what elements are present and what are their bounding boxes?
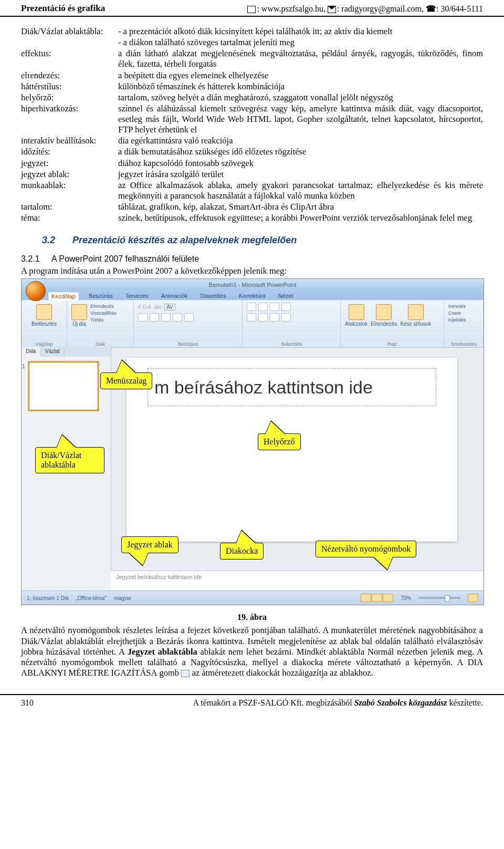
title-placeholder[interactable]: m beírásához kattintson ide (148, 368, 436, 406)
paste-label: Beillesztés (26, 321, 62, 327)
align-right-button[interactable] (270, 313, 279, 322)
side-tab-vazlat[interactable]: Vázlat (41, 347, 65, 357)
bullets-button[interactable] (247, 303, 256, 311)
normal-view-button[interactable] (361, 594, 371, 602)
select-button[interactable]: Kijelölés (448, 317, 479, 324)
shadow-button[interactable] (173, 313, 182, 322)
heading-3-2: 3.2Prezentáció készítés az alapelveknek … (21, 235, 483, 246)
quickstyles-icon[interactable] (408, 304, 424, 320)
figure-caption: 19. ábra (21, 613, 483, 622)
ribbon: Beillesztés Vágólap Új dia Elrendezés Vi… (22, 301, 484, 348)
tab-nezet[interactable]: Nézet (275, 292, 297, 301)
slideshow-view-button[interactable] (383, 594, 393, 602)
view-buttons (361, 594, 393, 602)
window-titlebar: Bemutató1 - Microsoft PowerPoint (22, 279, 484, 291)
delete-button[interactable]: Törlés (90, 317, 117, 324)
indent-inc-button[interactable] (281, 303, 291, 311)
status-slide-count: 1, összesen 1 Dia (27, 595, 69, 601)
doc-contact: : www.pszfsalgo.hu, : radigyorgy@gmail.c… (247, 4, 483, 14)
page-number: 310 (21, 698, 34, 708)
bold-button[interactable] (138, 313, 148, 322)
italic-button[interactable] (150, 313, 159, 322)
office-button[interactable] (26, 281, 46, 301)
callout-nezetvalto: Nézetváltó nyomógombok (316, 541, 416, 557)
reset-button[interactable]: Visszaállítás (90, 310, 117, 317)
mail-icon (328, 6, 336, 13)
sorter-view-button[interactable] (372, 594, 382, 602)
align-center-button[interactable] (258, 313, 268, 322)
strike-button[interactable] (184, 313, 194, 322)
tab-beszuras[interactable]: Beszúrás (86, 292, 116, 301)
callout-jegyzet-ablak: Jegyzet ablak (121, 536, 178, 553)
slide-thumbnail[interactable]: 1 (29, 362, 98, 410)
zoom-slider[interactable] (418, 597, 460, 599)
powerpoint-screenshot: Bemutató1 - Microsoft PowerPoint Kezdőla… (21, 278, 484, 605)
fit-to-window-icon (181, 670, 190, 677)
web-icon (247, 6, 256, 13)
phone-icon: ☎ (426, 4, 436, 13)
desc-paragraph: A nézetváltó nyomógombok részletes leírá… (21, 625, 483, 678)
tab-animaciok[interactable]: Animációk (158, 292, 191, 301)
replace-button[interactable]: Csere (448, 310, 479, 317)
doc-title: Prezentáció és grafika (21, 3, 105, 14)
fit-to-window-button[interactable] (468, 594, 478, 602)
justify-button[interactable] (281, 313, 291, 322)
heading-3-2-1: 3.2.1A PowerPoint 2007 felhasználói felü… (21, 254, 483, 264)
callout-menuszalag: Menüszalag (100, 372, 152, 389)
align-left-button[interactable] (247, 313, 256, 322)
zoom-label: 70% (401, 595, 411, 601)
tab-tervezes[interactable]: Tervezés (122, 292, 152, 301)
callout-diakocka: Diakocka (220, 543, 264, 560)
page-footer: 310 A témakört a PSZF-SALGÓ Kft. megbízá… (0, 694, 504, 711)
callout-helyorzo: Helyőrző (258, 433, 301, 450)
underline-button[interactable] (161, 313, 171, 322)
intro-line: A program indítása után a PowerPoint 200… (21, 266, 483, 276)
definition-list: Diák/Vázlat ablaktábla:- a prezentációt … (21, 26, 483, 223)
ribbon-tabs: Kezdőlap Beszúrás Tervezés Animációk Dia… (48, 292, 478, 301)
page-header: Prezentáció és grafika : www.pszfsalgo.h… (0, 0, 504, 17)
tab-korrektura[interactable]: Korrektúra (235, 292, 268, 301)
paste-icon[interactable] (36, 304, 52, 320)
arrange-icon[interactable] (376, 304, 392, 320)
find-button[interactable]: Keresés (448, 303, 479, 310)
new-slide-icon[interactable] (71, 304, 87, 320)
notes-pane[interactable]: Jegyzet beírásához kattintson ide (111, 571, 484, 590)
shapes-icon[interactable] (349, 304, 364, 320)
tab-kezdolap[interactable]: Kezdőlap (48, 292, 79, 301)
indent-dec-button[interactable] (270, 303, 279, 311)
layout-button[interactable]: Elrendezés (90, 303, 117, 310)
status-bar: 1, összesen 1 Dia „Office-téma" magyar 7… (22, 591, 484, 605)
numbering-button[interactable] (258, 303, 268, 311)
side-tab-diak[interactable]: Diák (22, 347, 41, 357)
callout-diak-vazlat: Diák/Vázlat ablaktábla (35, 447, 104, 473)
tab-diavetites[interactable]: Diavetítés (197, 292, 229, 301)
status-theme: „Office-téma" (76, 595, 107, 601)
status-language: magyar (114, 595, 131, 601)
